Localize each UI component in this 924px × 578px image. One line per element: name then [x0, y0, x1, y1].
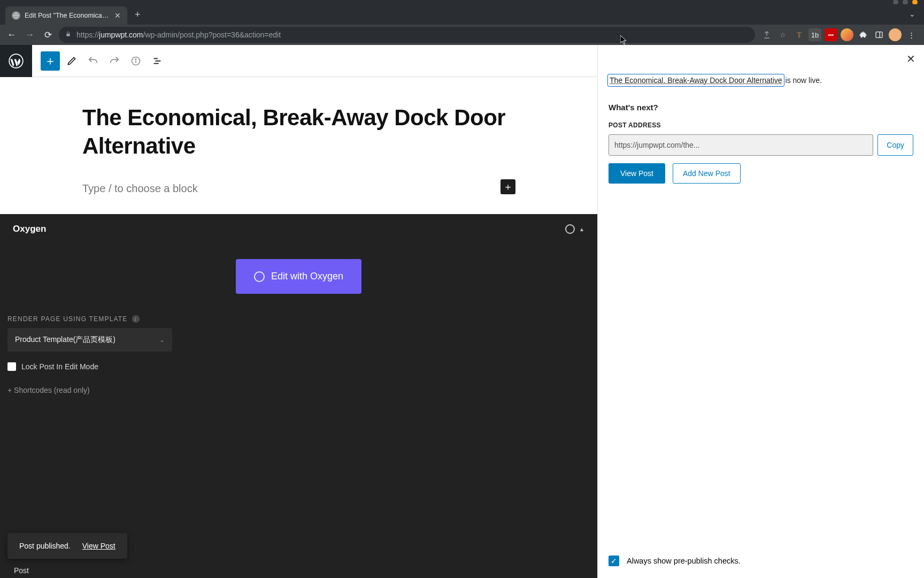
extension-icon-4[interactable]	[841, 28, 853, 41]
block-inserter-button[interactable]: ＋	[41, 51, 60, 71]
lock-post-checkbox[interactable]	[7, 362, 16, 371]
tab-close-icon[interactable]: ✕	[114, 11, 121, 20]
tabs-dropdown-icon[interactable]: ⌄	[909, 10, 915, 18]
browser-tab-active[interactable]: Edit Post "The Economical, Bre ✕	[5, 6, 127, 25]
svg-rect-1	[66, 34, 70, 36]
post-publish-panel: ✕ The Economical, Break-Away Dock Door A…	[598, 45, 924, 578]
back-button[interactable]: ←	[4, 27, 19, 42]
post-address-field[interactable]: https://jumpwpt.com/the...	[609, 134, 873, 156]
chevron-down-icon: ⌄	[159, 336, 165, 344]
document-outline-icon[interactable]	[148, 51, 167, 71]
url-text: https://jumpwpt.com/wp-admin/post.php?po…	[76, 31, 281, 39]
oxygen-circle-icon	[565, 224, 575, 234]
always-show-label: Always show pre-publish checks.	[627, 557, 741, 565]
shortcodes-toggle[interactable]: + Shortcodes (read only)	[7, 386, 590, 394]
browser-tab-title: Edit Post "The Economical, Bre	[25, 12, 110, 19]
reload-button[interactable]: ⟳	[41, 27, 56, 42]
close-panel-button[interactable]: ✕	[906, 52, 915, 65]
wordpress-logo[interactable]	[0, 45, 32, 77]
always-show-checkbox[interactable]: ✓	[609, 556, 619, 566]
block-placeholder[interactable]: Type / to choose a block	[82, 182, 198, 195]
browser-toolbar: ← → ⟳ https://jumpwpt.com/wp-admin/post.…	[0, 25, 924, 45]
redo-button[interactable]	[105, 51, 124, 71]
profile-avatar-icon[interactable]	[889, 28, 902, 41]
chevron-up-icon: ▲	[579, 226, 584, 232]
share-icon[interactable]	[760, 28, 773, 41]
edit-with-oxygen-label: Edit with Oxygen	[271, 271, 343, 282]
editor-topbar: ＋	[0, 45, 597, 77]
published-post-link[interactable]: The Economical, Break-Away Dock Door Alt…	[609, 75, 783, 86]
oxygen-panel-toggle[interactable]: ▲	[565, 224, 584, 234]
lock-post-label: Lock Post In Edit Mode	[21, 362, 98, 371]
sidepanel-icon[interactable]	[873, 28, 886, 41]
published-suffix: is now live.	[783, 76, 822, 85]
metabox-footer-tab[interactable]: Post	[14, 566, 29, 575]
svg-point-7	[135, 58, 136, 59]
oxygen-metabox: Oxygen ▲ Edit with Oxygen RENDER PAGE US…	[0, 214, 597, 578]
undo-button[interactable]	[83, 51, 103, 71]
post-address-label: POST ADDRESS	[609, 121, 913, 129]
post-title-input[interactable]: The Economical, Break-Away Dock Door Alt…	[82, 104, 521, 160]
view-post-button[interactable]: View Post	[609, 163, 665, 184]
document-info-icon[interactable]	[126, 51, 145, 71]
add-block-button[interactable]: ＋	[500, 179, 515, 194]
oxygen-logo-icon	[254, 271, 265, 282]
tools-pencil-icon[interactable]	[62, 51, 81, 71]
globe-icon	[12, 11, 20, 20]
snackbar-view-post-link[interactable]: View Post	[82, 542, 116, 550]
editor-canvas[interactable]: The Economical, Break-Away Dock Door Alt…	[0, 77, 597, 214]
forward-button[interactable]: →	[22, 27, 37, 42]
template-select[interactable]: Product Template(产品页模板) ⌄	[7, 328, 172, 352]
svg-rect-2	[876, 32, 882, 38]
browser-tab-strip: Edit Post "The Economical, Bre ✕ + ⌄	[0, 4, 924, 25]
bookmark-star-icon[interactable]: ☆	[776, 28, 789, 41]
oxygen-panel-title: Oxygen	[13, 224, 46, 234]
chrome-menu-icon[interactable]: ⋮	[905, 28, 918, 41]
published-message: The Economical, Break-Away Dock Door Alt…	[609, 76, 913, 85]
macos-titlebar	[0, 0, 924, 4]
extension-icon-2[interactable]: 1b	[808, 28, 821, 41]
address-bar[interactable]: https://jumpwpt.com/wp-admin/post.php?po…	[59, 27, 755, 43]
extension-icon-3[interactable]: •••	[825, 28, 837, 41]
whats-next-heading: What's next?	[609, 103, 913, 112]
add-new-post-button[interactable]: Add New Post	[673, 163, 741, 184]
extension-icon-1[interactable]: 𝕋	[792, 28, 805, 41]
edit-with-oxygen-button[interactable]: Edit with Oxygen	[236, 259, 361, 294]
lock-icon	[65, 31, 71, 39]
render-template-label: RENDER PAGE USING TEMPLATE i	[7, 315, 590, 323]
info-icon[interactable]: i	[132, 315, 140, 323]
extensions-icon[interactable]	[857, 28, 869, 41]
snackbar-message: Post published.	[19, 542, 71, 550]
template-select-value: Product Template(产品页模板)	[15, 335, 116, 345]
new-tab-button[interactable]: +	[127, 9, 148, 20]
copy-address-button[interactable]: Copy	[877, 134, 913, 156]
publish-snackbar: Post published. View Post	[7, 533, 127, 559]
